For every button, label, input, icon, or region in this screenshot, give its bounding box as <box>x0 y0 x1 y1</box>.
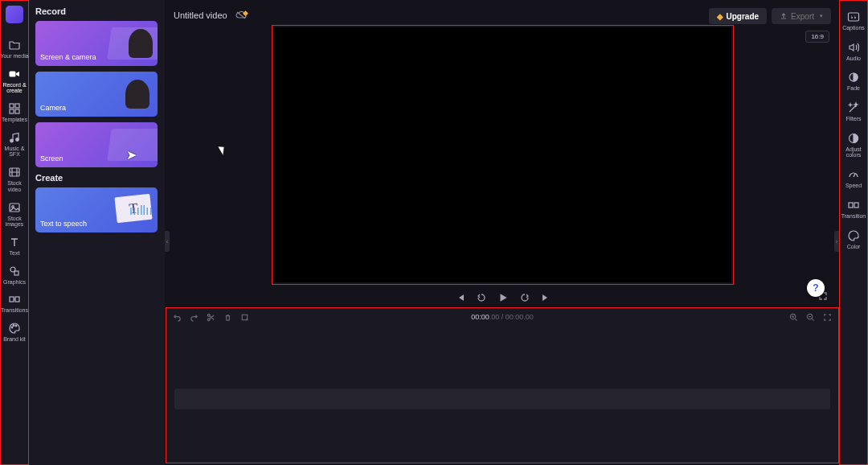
nav-item-label: Text <box>10 250 20 257</box>
step-forward-button[interactable] <box>520 293 530 302</box>
svg-rect-17 <box>849 13 859 21</box>
step-back-button[interactable] <box>477 293 486 302</box>
captions-icon <box>847 10 860 23</box>
export-button[interactable]: Export ▾ <box>772 8 831 24</box>
right-item-filters[interactable]: Filters <box>839 97 868 127</box>
right-item-audio[interactable]: Audio <box>839 36 868 67</box>
person-avatar-icon <box>125 80 149 109</box>
nav-item-label: Stock images <box>0 216 29 228</box>
help-button[interactable]: ? <box>807 279 825 297</box>
nav-item-stock-images[interactable]: Stock images <box>0 197 29 232</box>
total-time-ms: .00 <box>523 313 534 321</box>
svg-rect-0 <box>10 71 16 76</box>
timeline-edit-tools <box>173 313 249 322</box>
undo-button[interactable] <box>173 313 182 322</box>
shapes-icon <box>8 265 21 278</box>
nav-item-templates[interactable]: Templates <box>0 98 29 127</box>
svg-point-15 <box>13 325 14 327</box>
redo-button[interactable] <box>190 313 199 322</box>
record-create-panel: Record Screen & camera Camera ➤ Screen C… <box>29 0 165 465</box>
zoom-in-button[interactable] <box>789 313 798 322</box>
right-item-label: Fade <box>847 85 860 92</box>
speaker-icon <box>847 41 860 54</box>
split-button[interactable] <box>207 313 215 322</box>
nav-item-transitions[interactable]: Transitions <box>0 289 29 318</box>
mouse-cursor-icon <box>218 144 227 154</box>
nav-item-text[interactable]: Text <box>0 232 29 261</box>
card-label: Text to speech <box>40 220 87 228</box>
music-icon <box>8 131 21 144</box>
collapse-left-panel-button[interactable]: ‹ <box>165 231 170 252</box>
play-button[interactable] <box>497 292 509 303</box>
card-camera[interactable]: Camera <box>35 72 158 117</box>
total-time-mmss: 00:00 <box>506 313 524 321</box>
nav-item-graphics[interactable]: Graphics <box>0 261 29 290</box>
right-item-speed[interactable]: Speed <box>839 163 868 194</box>
current-time-mmss: 00:00 <box>471 313 489 321</box>
right-item-adjust-colors[interactable]: Adjust colors <box>839 127 868 163</box>
cursor-icon: ➤ <box>126 147 137 163</box>
card-label: Screen <box>40 154 63 163</box>
collapse-right-panel-button[interactable]: › <box>834 231 839 252</box>
nav-item-label: Transitions <box>1 307 28 314</box>
upgrade-button[interactable]: ◆ Upgrade <box>709 8 768 24</box>
video-canvas[interactable] <box>274 27 731 282</box>
svg-rect-12 <box>10 297 14 302</box>
right-item-label: Color <box>847 244 861 250</box>
svg-rect-20 <box>849 203 853 208</box>
right-item-label: Filters <box>845 116 861 122</box>
card-screen-and-camera[interactable]: Screen & camera <box>35 21 158 66</box>
current-time-ms: .00 <box>489 313 500 321</box>
nav-item-music-sfx[interactable]: Music & SFX <box>0 127 29 162</box>
nav-item-label: Brand kit <box>3 336 26 343</box>
nav-item-your-media[interactable]: Your media <box>0 35 29 64</box>
delete-button[interactable] <box>223 313 232 322</box>
nav-item-label: Stock video <box>0 180 29 192</box>
zoom-out-button[interactable] <box>806 313 815 322</box>
svg-point-5 <box>10 139 14 142</box>
svg-rect-13 <box>15 297 19 302</box>
nav-item-label: Music & SFX <box>0 146 29 158</box>
skip-start-button[interactable] <box>456 293 465 302</box>
timeline-toolbar: 00:00.00 / 00:00.00 <box>166 308 838 326</box>
upgrade-label: Upgrade <box>727 12 760 21</box>
app-logo[interactable] <box>6 6 23 23</box>
palette-icon <box>847 229 860 242</box>
chevron-down-icon: ▾ <box>820 13 823 19</box>
card-screen[interactable]: ➤ Screen <box>35 122 158 167</box>
transport-controls <box>272 290 734 306</box>
nav-item-stock-video[interactable]: Stock video <box>0 162 29 196</box>
contrast-icon <box>847 132 860 145</box>
nav-item-label: Record & create <box>0 82 29 94</box>
svg-point-14 <box>11 327 13 328</box>
svg-rect-4 <box>15 109 19 113</box>
right-item-color[interactable]: Color <box>839 224 868 255</box>
timeline-track[interactable] <box>174 389 830 409</box>
right-item-label: Transition <box>841 213 866 220</box>
svg-rect-1 <box>10 104 14 108</box>
fade-icon <box>847 71 860 84</box>
card-text-to-speech[interactable]: T ıııllıı Text to speech <box>35 187 158 232</box>
video-title[interactable]: Untitled video <box>174 10 227 20</box>
right-item-captions[interactable]: Captions <box>839 6 868 36</box>
right-item-transition[interactable]: Transition <box>839 194 868 224</box>
card-label: Screen & camera <box>40 53 96 61</box>
folder-icon <box>8 39 21 51</box>
svg-rect-2 <box>15 104 19 108</box>
nav-item-record-create[interactable]: Record & create <box>0 64 29 98</box>
right-nav: Captions Audio Fade Filters Adjust color… <box>839 0 868 465</box>
svg-point-6 <box>16 138 19 141</box>
skip-end-button[interactable] <box>541 293 551 302</box>
nav-item-label: Graphics <box>3 279 26 286</box>
crop-button[interactable] <box>240 313 249 322</box>
time-separator: / <box>499 313 506 321</box>
svg-rect-11 <box>14 271 18 275</box>
aspect-ratio-selector[interactable]: 16:9 <box>805 31 829 43</box>
transition-icon <box>8 293 21 306</box>
speedometer-icon <box>847 168 860 181</box>
right-item-fade[interactable]: Fade <box>839 66 868 97</box>
timeline-time-display: 00:00.00 / 00:00.00 <box>471 313 534 321</box>
nav-item-brand-kit[interactable]: Brand kit <box>0 318 29 347</box>
timeline-panel: 00:00.00 / 00:00.00 <box>166 307 839 463</box>
fit-timeline-button[interactable] <box>823 313 832 322</box>
